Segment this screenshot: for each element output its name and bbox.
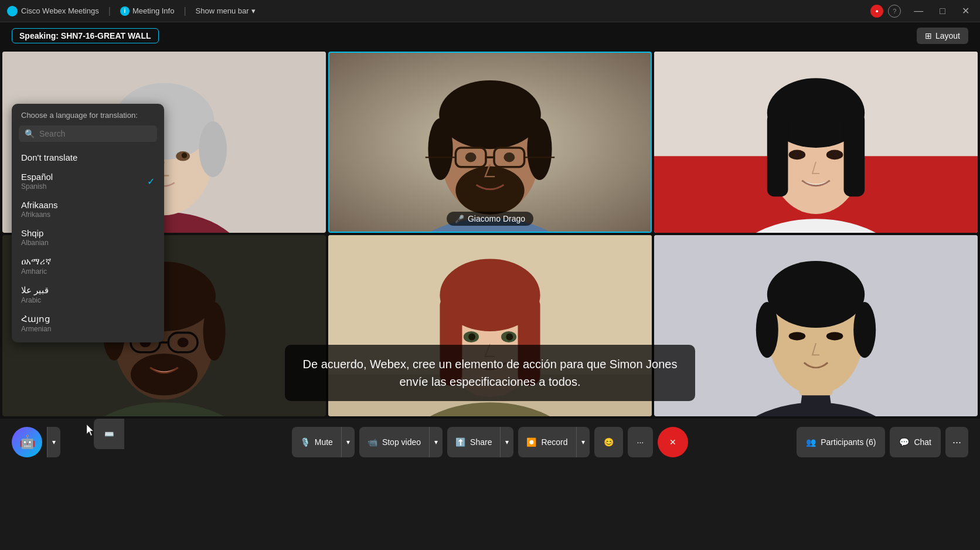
record-icon: ⏺️ [526,437,536,447]
layout-label: Layout [935,31,960,40]
lang-native-armenian: Armenian [21,325,51,333]
titlebar: Cisco Webex Meetings | i Meeting Info | … [0,0,980,22]
more-icon: ··· [637,437,644,447]
lang-native-espanol: Spanish [21,182,53,191]
ai-assistant-button[interactable]: 🤖 [12,427,42,457]
translation-overlay: De acuerdo, Webex, cree un elemento de a… [285,345,695,401]
language-item-shqip[interactable]: Shqip Albanian [12,223,164,252]
participant-avatar-6 [654,235,978,416]
titlebar-sep-2: | [183,6,186,16]
svg-point-61 [506,334,513,341]
lang-name-shqip: Shqip [21,228,49,238]
recording-indicator: ● [870,5,883,18]
minimize-button[interactable]: — [910,4,927,18]
window-controls: — □ ✕ [910,4,973,18]
reactions-button[interactable]: 😊 [594,427,623,457]
speaking-badge: Speaking: SHN7-16-GREAT WALL [12,28,159,43]
participant-video-2 [329,53,651,232]
svg-rect-34 [844,113,865,197]
participant-name-text-2: Giacomo Drago [468,214,525,223]
record-group: ⏺️ Record ▾ [518,427,589,457]
translation-toggle-group: ⌨️ ▾ [47,427,60,457]
toolbar-overflow-button[interactable]: ··· [945,427,968,457]
checkmark-icon: ✓ [147,176,155,187]
svg-point-72 [826,332,843,340]
lang-native-shqip: Albanian [21,239,49,247]
participant-video-6 [654,235,978,416]
svg-point-25 [503,152,515,162]
svg-point-35 [789,150,806,160]
stop-video-dropdown-arrow[interactable]: ▾ [429,427,443,457]
show-menu-label: Show menu bar [196,6,249,15]
lang-name-armenian: Հայոց [21,314,51,324]
share-group: ⬆️ Share ▾ [447,427,513,457]
video-icon: 📹 [368,437,377,447]
lang-name-afrikaans: Afrikaans [21,200,58,210]
language-dropdown: Choose a language for translation: 🔍 Don… [12,104,164,342]
lang-native-amharic: Amharic [21,267,52,276]
svg-point-18 [455,167,524,215]
svg-point-24 [465,152,477,162]
svg-point-48 [178,338,189,348]
translation-dropdown-arrow[interactable]: ▾ [47,427,60,457]
svg-point-10 [182,152,188,158]
meeting-info-button[interactable]: i Meeting Info [120,6,175,16]
language-item-armenian[interactable]: Հայոց Armenian [12,309,164,338]
participants-icon: 👥 [806,437,816,447]
language-search-input[interactable] [39,129,151,138]
lang-name-arabic: قبير علا [21,285,49,296]
chevron-down-icon: ▾ [251,6,256,15]
mute-dropdown-arrow[interactable]: ▾ [341,427,355,457]
speaker-bar: Speaking: SHN7-16-GREAT WALL ⊞ Layout [0,22,980,49]
stop-video-label: Stop video [382,437,421,447]
stop-video-button[interactable]: 📹 Stop video [359,427,429,457]
share-label: Share [470,437,492,447]
lang-name-amharic: ዐአማሪኛ [21,256,52,267]
video-area: 🎤 Giacomo Drago [0,49,980,419]
lang-native-afrikaans: Afrikaans [21,211,58,219]
language-item-afrikaans[interactable]: Afrikaans Afrikaans [12,195,164,223]
share-dropdown-arrow[interactable]: ▾ [500,427,513,457]
mute-button[interactable]: 🎙️ Mute [292,427,341,457]
overflow-icon: ··· [952,436,961,448]
language-item-arabic[interactable]: قبير علا Arabic [12,280,164,309]
search-icon: 🔍 [25,129,35,138]
speaking-label: Speaking: [19,31,61,40]
record-dropdown-arrow[interactable]: ▾ [576,427,590,457]
stop-video-group: 📹 Stop video ▾ [359,427,443,457]
svg-rect-33 [767,113,788,197]
more-button[interactable]: ··· [628,427,654,457]
svg-point-70 [853,302,876,358]
titlebar-controls: ● ? — □ ✕ [870,4,973,18]
translation-icon: ⌨️ [104,430,114,439]
layout-grid-icon: ⊞ [925,31,932,40]
share-button[interactable]: ⬆️ Share [447,427,500,457]
language-item-espanol[interactable]: Español Spanish ✓ [12,167,164,195]
svg-point-43 [203,302,226,361]
translation-text: De acuerdo, Webex, cree un elemento de a… [303,358,678,388]
show-menu-button[interactable]: Show menu bar ▾ [196,6,256,15]
layout-button[interactable]: ⊞ Layout [917,28,968,44]
share-icon: ⬆️ [455,437,465,447]
svg-point-16 [428,118,452,180]
language-item-amharic[interactable]: ዐአማሪኛ Amharic [12,252,164,280]
language-item-dont-translate[interactable]: Don't translate [12,148,164,167]
end-call-icon: ✕ [669,437,676,447]
lang-name-espanol: Español [21,172,53,182]
translation-toggle-button[interactable]: ⌨️ [94,419,124,449]
lang-native-arabic: Arabic [21,296,49,304]
end-call-button[interactable]: ✕ [658,427,688,457]
mic-icon: 🎙️ [300,437,310,447]
maximize-button[interactable]: □ [936,4,949,18]
language-search-box: 🔍 [19,125,157,142]
participants-button[interactable]: 👥 Participants (6) [797,427,885,457]
svg-point-6 [199,121,227,177]
close-button[interactable]: ✕ [958,4,973,18]
svg-point-71 [789,332,806,340]
webex-icon [7,6,18,16]
chat-button[interactable]: 💬 Chat [890,427,941,457]
record-button[interactable]: ⏺️ Record [518,427,576,457]
toolbar: 🤖 ⌨️ ▾ 🎙️ Mute ▾ 📹 Stop video ▾ ⬆️ Sha [0,419,980,466]
app-title: Cisco Webex Meetings [21,6,99,15]
language-dropdown-title: Choose a language for translation: [12,111,164,125]
